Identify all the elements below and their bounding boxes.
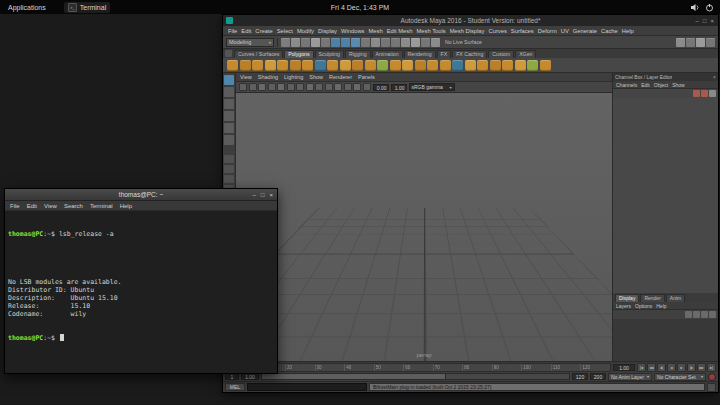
layer-menu-item[interactable]: Options [635, 303, 652, 309]
maya-menu-item[interactable]: Mesh Display [448, 28, 487, 34]
maya-menu-item[interactable]: UV [559, 28, 571, 34]
panel-menu-item[interactable]: Panels [358, 74, 375, 80]
toolbox-tool-icon[interactable] [224, 111, 234, 121]
shelf-tab[interactable]: Custom [488, 50, 514, 58]
close-button[interactable]: × [710, 18, 714, 24]
terminal-body[interactable]: thomas@PC:~$ lsb_release -a No LSB modul… [5, 212, 277, 373]
shelf-tool-icon[interactable] [377, 60, 388, 71]
maya-menu-item[interactable]: Create [253, 28, 274, 34]
shelf-tab[interactable]: Animation [372, 50, 403, 58]
panel-menu-item[interactable]: Renderer [329, 74, 352, 80]
shelf-tool-icon[interactable] [277, 60, 288, 71]
shelf-tool-icon[interactable] [240, 60, 251, 71]
status-line-icon[interactable] [411, 38, 420, 47]
shelf-tool-icon[interactable] [477, 60, 488, 71]
maya-menu-item[interactable]: Edit Mesh [385, 28, 415, 34]
mel-script-toggle[interactable]: MEL [225, 383, 245, 391]
viewport-toolbar-icon[interactable] [344, 83, 352, 91]
viewport-canvas[interactable]: persp [236, 93, 612, 361]
playback-button[interactable]: ▸▸ [697, 363, 706, 372]
anim-layer-dropdown[interactable]: No Anim Layer ▾ [608, 373, 652, 381]
status-line-icon[interactable] [351, 38, 360, 47]
playback-button[interactable]: ◂| [657, 363, 666, 372]
shelf-tool-icon[interactable] [490, 60, 501, 71]
status-line-icon[interactable] [341, 38, 350, 47]
exposure-field[interactable]: 0.00 [373, 84, 389, 91]
sidebar-toggle-icon[interactable] [676, 38, 685, 47]
playback-button[interactable]: ▸| [707, 363, 716, 372]
maximize-button[interactable]: □ [703, 18, 707, 24]
layer-toolbar-icon[interactable] [685, 311, 692, 318]
viewport-toolbar-icon[interactable] [306, 83, 314, 91]
shelf-tool-icon[interactable] [265, 60, 276, 71]
command-input[interactable] [247, 383, 367, 391]
sidebar-toggle-icon[interactable] [696, 38, 705, 47]
maya-menu-item[interactable]: Surfaces [509, 28, 536, 34]
shelf-tool-icon[interactable] [327, 60, 338, 71]
animation-end-field[interactable]: 200 [590, 373, 606, 380]
range-slider[interactable] [261, 373, 570, 380]
shelf-tool-icon[interactable] [515, 60, 526, 71]
playback-button[interactable]: |◂ [637, 363, 646, 372]
terminal-titlebar[interactable]: thomas@PC: ~ – □ × [5, 189, 277, 201]
playback-button[interactable]: ◂◂ [647, 363, 656, 372]
maya-titlebar[interactable]: Autodesk Maya 2016 - Student Version: un… [223, 15, 718, 26]
maya-menu-item[interactable]: File [226, 28, 239, 34]
maya-menu-item[interactable]: Edit [239, 28, 253, 34]
shelf-tab[interactable]: Sculpting [315, 50, 344, 58]
shelf-tool-icon[interactable] [227, 60, 238, 71]
maya-menu-item[interactable]: Deform [536, 28, 559, 34]
maya-menu-item[interactable]: Cache [599, 28, 620, 34]
applications-menu[interactable]: Applications [0, 4, 54, 11]
status-line-icon[interactable] [331, 38, 340, 47]
toolbox-tool-icon[interactable] [224, 123, 234, 133]
channel-box-icon[interactable] [693, 90, 700, 97]
layer-editor-tab[interactable]: Display [615, 294, 639, 302]
shelf-tool-icon[interactable] [365, 60, 376, 71]
viewport-toolbar-icon[interactable] [315, 83, 323, 91]
maya-menu-item[interactable]: Mesh Tools [414, 28, 447, 34]
viewport-toolbar-icon[interactable] [296, 83, 304, 91]
menu-set-dropdown[interactable]: Modeling ▾ [226, 38, 274, 47]
panel-menu-item[interactable]: Lighting [284, 74, 303, 80]
toolbox-tool-icon[interactable] [224, 99, 234, 109]
status-line-icon[interactable] [291, 38, 300, 47]
shelf-tab[interactable]: Rendering [404, 50, 436, 58]
character-set-dropdown[interactable]: No Character Set ▾ [654, 373, 706, 381]
maya-menu-item[interactable]: Help [620, 28, 636, 34]
channel-box-menu-item[interactable]: Object [654, 82, 668, 88]
status-line-icon[interactable] [301, 38, 310, 47]
viewport-toolbar-icon[interactable] [325, 83, 333, 91]
viewport-toolbar-icon[interactable] [249, 83, 257, 91]
shelf-tab[interactable]: XGen [515, 50, 536, 58]
layer-editor-tab[interactable]: Anim [666, 294, 685, 302]
shelf-tab[interactable]: Rigging [345, 50, 371, 58]
gamma-field[interactable]: 1.00 [391, 84, 407, 91]
layer-editor-tab[interactable]: Render [640, 294, 664, 302]
layer-toolbar-icon[interactable] [701, 311, 708, 318]
panel-menu-item[interactable]: Show [309, 74, 323, 80]
viewport-toolbar-icon[interactable] [268, 83, 276, 91]
layout-shortcut-icon[interactable] [224, 165, 234, 173]
shelf-tool-icon[interactable] [315, 60, 326, 71]
layer-toolbar-icon[interactable] [693, 311, 700, 318]
view-transform-dropdown[interactable]: sRGB gamma ▾ [409, 83, 455, 91]
volume-icon[interactable] [691, 3, 700, 12]
viewport-toolbar-icon[interactable] [363, 83, 371, 91]
layout-shortcut-icon[interactable] [224, 175, 234, 183]
channel-box-menu-item[interactable]: Channels [616, 82, 637, 88]
shelf-tool-icon[interactable] [540, 60, 551, 71]
shelf-tool-icon[interactable] [402, 60, 413, 71]
channel-box-menu-item[interactable]: Show [672, 82, 685, 88]
shelf-tool-icon[interactable] [340, 60, 351, 71]
status-line-icon[interactable] [401, 38, 410, 47]
auto-key-toggle[interactable] [708, 373, 716, 381]
terminal-menu-item[interactable]: Help [120, 203, 132, 209]
shelf-tool-icon[interactable] [352, 60, 363, 71]
terminal-menu-item[interactable]: Terminal [90, 203, 113, 209]
status-line-icon[interactable] [421, 38, 430, 47]
shelf-tool-icon[interactable] [465, 60, 476, 71]
layer-toolbar-icon[interactable] [709, 311, 716, 318]
viewport-toolbar-icon[interactable] [277, 83, 285, 91]
playback-button[interactable]: ◂ [667, 363, 676, 372]
